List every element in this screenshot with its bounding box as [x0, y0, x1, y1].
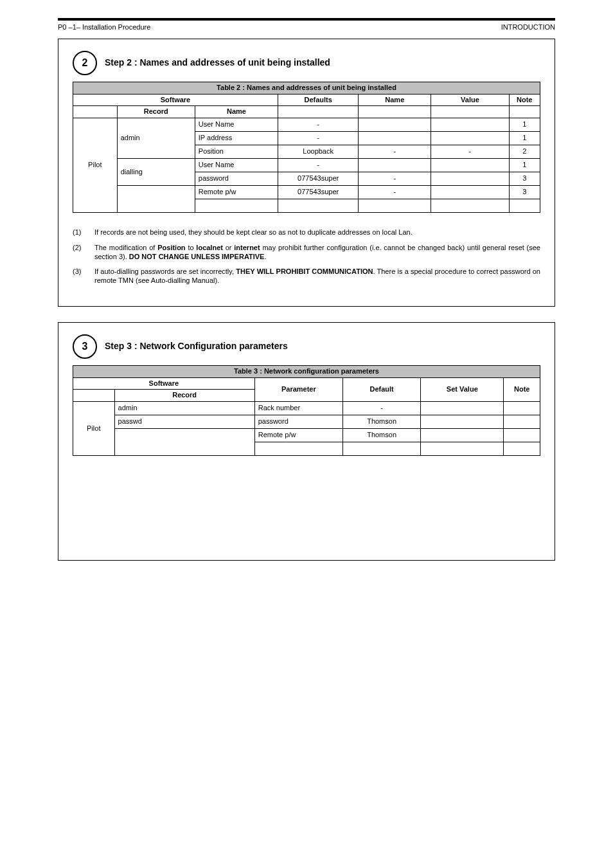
t3-h-setvalue: Set Value	[421, 377, 504, 402]
t2-h-note: Note	[509, 94, 540, 106]
table-3: Table 3 : Network configuration paramete…	[73, 365, 540, 456]
t3-h-record: Record	[114, 390, 254, 402]
t2-h-value: Value	[431, 94, 509, 106]
table3-title: Table 3 : Network configuration paramete…	[73, 365, 540, 377]
note-text: If records are not being used, they shou…	[94, 228, 540, 237]
note-text: If auto-dialling passwords are set incor…	[94, 267, 540, 285]
t2-h-name2: Name	[359, 94, 431, 106]
step2-notes: (1)If records are not being used, they s…	[73, 228, 540, 285]
t2-h-defaults: Defaults	[278, 94, 359, 106]
step3-title: Step 3 : Network Configuration parameter…	[105, 341, 288, 352]
header-left: P0 –1– Installation Procedure	[58, 23, 150, 32]
t2-h-record: Record	[117, 106, 195, 118]
table-row: Pilot admin Rack number -	[73, 402, 540, 415]
step2-circle: 2	[73, 51, 97, 75]
table2-title: Table 2 : Names and addresses of unit be…	[73, 82, 540, 94]
t2-h-name: Name	[195, 106, 278, 118]
table-row: Remote p/w 077543super - 3	[73, 186, 540, 199]
step2-title: Step 2 : Names and addresses of unit bei…	[105, 57, 330, 69]
note-text: The modification of Position to localnet…	[94, 244, 540, 262]
table-row: passwd password Thomson	[73, 415, 540, 429]
step3-circle: 3	[73, 334, 97, 359]
t3-h-note: Note	[504, 377, 540, 402]
table-2: Table 2 : Names and addresses of unit be…	[73, 82, 540, 213]
header-right: INTRODUCTION	[501, 23, 555, 32]
step3-box: 3 Step 3 : Network Configuration paramet…	[58, 322, 555, 561]
table-row: Remote p/w Thomson	[73, 429, 540, 442]
table-row: dialling User Name - 1	[73, 159, 540, 172]
t3-h-default: Default	[343, 377, 421, 402]
t3-h-software: Software	[73, 377, 255, 390]
t3-h-param: Parameter	[254, 377, 342, 402]
t2-h-software: Software	[73, 94, 278, 106]
table-row: Pilot admin User Name - 1	[73, 118, 540, 132]
step2-box: 2 Step 2 : Names and addresses of unit b…	[58, 39, 555, 307]
